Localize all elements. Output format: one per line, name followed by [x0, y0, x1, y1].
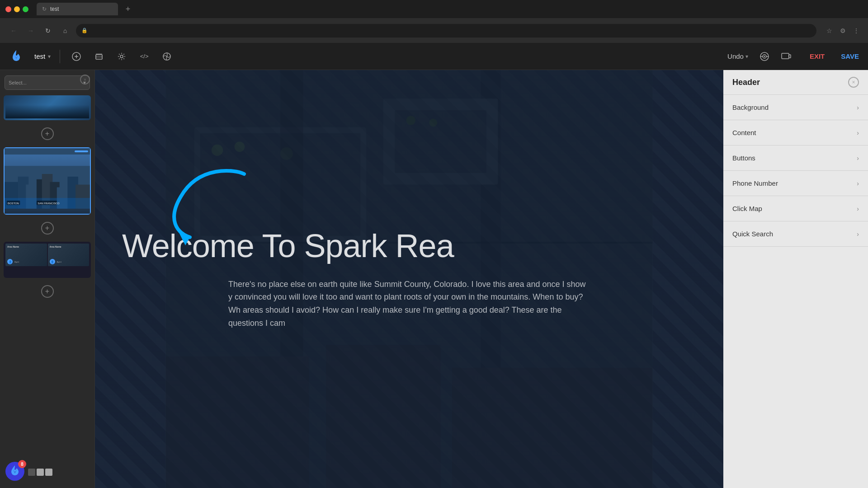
new-tab-button[interactable]: +	[122, 3, 134, 15]
code-button[interactable]: </>	[137, 49, 151, 64]
add-section-button-3[interactable]: +	[41, 285, 54, 298]
accordion-chevron-click-map: ›	[857, 205, 859, 212]
undo-label: Undo	[727, 52, 744, 60]
preview-button[interactable]	[757, 49, 772, 64]
extensions-button[interactable]: ⚙	[838, 26, 847, 35]
city-skyline	[5, 105, 89, 118]
hero-description: There's no place else on earth quite lik…	[228, 278, 590, 330]
accordion-item-content: Content ›	[723, 120, 868, 145]
minimize-traffic-light[interactable]	[14, 6, 20, 12]
app-toolbar: test ▾	[0, 43, 868, 70]
bookmark-button[interactable]: ☆	[825, 26, 834, 35]
highlighted-section[interactable]: ☆	[4, 147, 91, 215]
add-section-row-3: +	[0, 280, 94, 303]
indicator-3	[45, 469, 52, 476]
bottom-indicators	[28, 469, 52, 476]
accordion-item-quick-search: Quick Search ›	[723, 221, 868, 247]
close-traffic-light[interactable]	[5, 6, 11, 12]
browser-toolbar: ← → ↻ ⌂ 🔒 ☆ ⚙ ⋮	[0, 18, 868, 43]
accordion-label-content: Content	[732, 129, 756, 136]
accordion-chevron-background: ›	[857, 104, 859, 111]
page-thumbnail: BOSTON SAN FRANCISCO	[5, 148, 90, 214]
areas-grid: Area Name 👤 Agent Area Name 👤 Agent	[4, 242, 91, 268]
forward-button[interactable]: →	[24, 24, 37, 37]
maximize-traffic-light[interactable]	[23, 6, 28, 12]
svg-rect-13	[782, 53, 789, 59]
panel-select-wrapper: Select... ▾	[5, 75, 90, 90]
accordion-chevron-quick-search: ›	[857, 230, 859, 238]
toolbar-separator-1	[60, 50, 60, 63]
svg-text:BOSTON: BOSTON	[8, 202, 19, 205]
main-layout: × Select... ▾ + ☆	[0, 70, 868, 488]
thumb-city-image: BOSTON SAN FRANCISCO	[5, 155, 90, 214]
browser-menu-button[interactable]: ⋮	[852, 26, 861, 35]
add-section-row-1: +	[0, 122, 94, 145]
section-thumbnail-city	[4, 95, 91, 120]
notification-badge: 8	[18, 460, 26, 468]
accordion-label-quick-search: Quick Search	[732, 230, 773, 238]
accordion-header-quick-search[interactable]: Quick Search ›	[723, 221, 868, 246]
accordion-item-buttons: Buttons ›	[723, 145, 868, 171]
address-bar[interactable]: 🔒	[76, 24, 816, 38]
layers-button[interactable]	[92, 49, 106, 64]
indicator-2	[37, 469, 44, 476]
project-selector[interactable]: test ▾	[34, 52, 51, 60]
accordion-chevron-buttons: ›	[857, 155, 859, 162]
logo-container: 8	[5, 462, 24, 483]
refresh-button[interactable]: ↻	[42, 24, 54, 37]
accordion-chevron-content: ›	[857, 129, 859, 136]
add-element-button[interactable]	[69, 49, 84, 64]
toolbar-icons: </>	[69, 49, 174, 64]
browser-chrome: ↻ test + ← → ↻ ⌂ 🔒 ☆ ⚙ ⋮	[0, 0, 868, 43]
notification-count: 8	[21, 462, 24, 467]
hero-title: Welcome To Spark Rea	[122, 228, 696, 264]
tab-label: test	[50, 6, 59, 12]
accordion-label-buttons: Buttons	[732, 154, 755, 162]
accordion-header-click-map[interactable]: Click Map ›	[723, 196, 868, 221]
tab-refresh-icon: ↻	[42, 6, 47, 12]
browser-tab[interactable]: ↻ test	[37, 3, 118, 15]
area-name-2: Area Name	[50, 245, 61, 248]
svg-rect-4	[96, 53, 102, 55]
add-section-row-2: +	[0, 216, 94, 240]
left-panel: × Select... ▾ + ☆	[0, 70, 95, 488]
save-button[interactable]: SAVE	[841, 52, 859, 60]
add-section-button-1[interactable]: +	[41, 127, 54, 140]
list-item[interactable]: Area Name 👤 Agent Area Name 👤 Agent	[4, 242, 91, 278]
page-thumb-content: BOSTON SAN FRANCISCO	[5, 148, 90, 214]
back-button[interactable]: ←	[7, 24, 20, 37]
thumb-header	[5, 148, 90, 155]
browser-actions: ☆ ⚙ ⋮	[825, 26, 861, 35]
list-item[interactable]	[4, 95, 91, 120]
right-panel-header: Header ×	[723, 70, 868, 95]
right-panel: Header × Background › Content › Buttons	[723, 70, 868, 488]
lock-icon: 🔒	[81, 28, 88, 33]
accordion-label-click-map: Click Map	[732, 205, 762, 212]
responsive-button[interactable]	[779, 49, 793, 64]
close-right-panel-button[interactable]: ×	[848, 77, 859, 88]
area-avatar-2: 👤	[50, 259, 55, 264]
close-left-panel-button[interactable]: ×	[80, 75, 90, 84]
project-name: test	[34, 52, 45, 60]
accordion-header-background[interactable]: Background ›	[723, 95, 868, 120]
area-avatar-1: 👤	[7, 259, 13, 264]
add-section-button-2[interactable]: +	[41, 222, 54, 235]
section-type-select[interactable]: Select... ▾	[5, 75, 90, 90]
area-card-1: Area Name 👤 Agent	[5, 244, 47, 266]
settings-button[interactable]	[114, 49, 129, 64]
traffic-lights	[5, 6, 28, 12]
accordion-header-buttons[interactable]: Buttons ›	[723, 145, 868, 170]
area-card-2: Area Name 👤 Agent	[48, 244, 90, 266]
accordion-header-content[interactable]: Content ›	[723, 120, 868, 145]
area-avatar-row-1: 👤 Agent	[7, 259, 19, 264]
wordpress-button[interactable]	[160, 49, 174, 64]
accordion-header-phone-number[interactable]: Phone Number ›	[723, 171, 868, 196]
svg-point-10	[764, 56, 765, 57]
left-bottom: 8	[0, 456, 94, 488]
exit-button[interactable]: EXIT	[810, 52, 825, 60]
home-button[interactable]: ⌂	[59, 24, 71, 37]
accordion-chevron-phone-number: ›	[857, 180, 859, 187]
accordion-item-background: Background ›	[723, 95, 868, 120]
thumb-header-link	[75, 150, 88, 152]
undo-group[interactable]: Undo ▾	[727, 52, 748, 60]
